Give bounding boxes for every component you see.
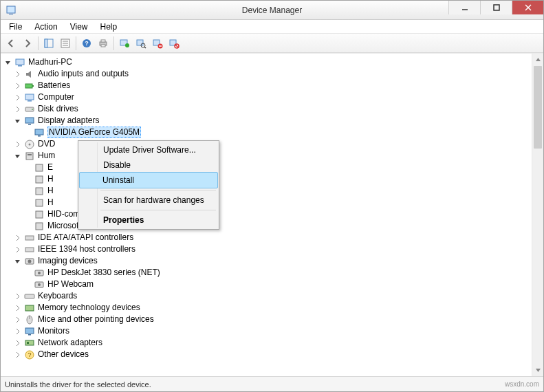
svg-rect-7: [45, 39, 47, 47]
forward-button[interactable]: [20, 36, 35, 51]
expand-icon[interactable]: [13, 245, 23, 254]
context-disable[interactable]: Disable: [80, 157, 217, 173]
hid-icon: [34, 197, 45, 208]
svg-rect-49: [36, 223, 43, 230]
svg-text:?: ?: [28, 351, 31, 358]
svg-rect-58: [25, 294, 34, 298]
mouse-icon: [24, 314, 35, 325]
imaging-icon: [34, 268, 45, 279]
menu-action[interactable]: Action: [29, 21, 63, 33]
hid-icon: [34, 162, 45, 173]
svg-rect-42: [26, 153, 33, 160]
minimize-button[interactable]: [448, 1, 480, 14]
context-uninstall[interactable]: Uninstall: [79, 172, 218, 188]
tree-view[interactable]: Madhuri-PC Audio inputs and outputs Batt…: [1, 54, 543, 376]
tree-category[interactable]: Audio inputs and outputs: [3, 68, 532, 80]
tree-label: H: [47, 185, 54, 197]
show-tree-button[interactable]: [41, 36, 56, 51]
tree-label: Keyboards: [38, 290, 77, 302]
expand-icon[interactable]: [13, 140, 23, 149]
expand-icon[interactable]: [13, 105, 23, 114]
help-button[interactable]: ?: [79, 36, 94, 51]
menu-label: Uninstall: [102, 175, 134, 185]
tree-label: E: [47, 162, 53, 173]
menu-help[interactable]: Help: [95, 21, 123, 33]
display-adapter-icon: [24, 116, 35, 127]
tree-category[interactable]: Network adapters: [3, 337, 532, 349]
expand-icon[interactable]: [13, 292, 23, 301]
menu-file[interactable]: File: [3, 21, 28, 33]
tree-category[interactable]: Monitors: [3, 325, 532, 337]
svg-point-41: [29, 143, 31, 145]
svg-rect-30: [25, 84, 32, 88]
vertical-scrollbar[interactable]: [532, 54, 543, 376]
svg-rect-43: [28, 154, 32, 155]
tree-label: NVIDIA GeForce G405M: [47, 127, 141, 138]
context-update-driver[interactable]: Update Driver Software...: [80, 142, 217, 157]
tree-category[interactable]: ?Other devices: [3, 349, 532, 360]
tree-label: H: [47, 197, 54, 208]
tree-category[interactable]: Disk drives: [3, 103, 532, 115]
expand-icon[interactable]: [13, 350, 23, 360]
tree-device-nvidia[interactable]: NVIDIA GeForce G405M: [3, 127, 532, 138]
window-controls: [448, 1, 543, 19]
scan-button[interactable]: [133, 36, 149, 51]
close-button[interactable]: [512, 1, 543, 14]
expand-icon[interactable]: [13, 81, 23, 91]
tree-category[interactable]: Computer: [3, 91, 532, 103]
svg-rect-37: [28, 124, 31, 125]
expand-icon[interactable]: [13, 327, 23, 336]
disable-button[interactable]: [150, 36, 165, 51]
tree-category-imaging[interactable]: Imaging devices: [3, 255, 532, 267]
expand-icon[interactable]: [13, 303, 23, 313]
svg-rect-1: [9, 14, 13, 14]
update-driver-button[interactable]: [117, 36, 132, 51]
tree-category[interactable]: IEEE 1394 host controllers: [3, 243, 532, 255]
print-button[interactable]: [96, 36, 111, 51]
battery-icon: [24, 80, 35, 91]
svg-rect-3: [494, 5, 499, 10]
collapse-icon[interactable]: [13, 257, 23, 266]
tree-category[interactable]: Keyboards: [3, 290, 532, 302]
uninstall-button[interactable]: [166, 36, 182, 51]
menu-view[interactable]: View: [65, 21, 94, 33]
scroll-up-button[interactable]: [532, 54, 543, 65]
menu-label: Update Driver Software...: [103, 145, 196, 155]
svg-rect-19: [137, 40, 143, 45]
expand-icon[interactable]: [13, 69, 23, 79]
tree-category-display[interactable]: Display adapters: [3, 115, 532, 127]
tree-category[interactable]: Memory technology devices: [3, 302, 532, 314]
tree-label: H: [47, 173, 54, 185]
collapse-icon[interactable]: [13, 151, 23, 161]
tree-root[interactable]: Madhuri-PC: [3, 56, 532, 68]
computer-icon: [24, 92, 35, 103]
expand-icon[interactable]: [13, 93, 23, 102]
tree-label: IEEE 1394 host controllers: [38, 243, 135, 255]
expand-icon[interactable]: [13, 233, 23, 243]
expand-icon[interactable]: [13, 315, 23, 325]
scroll-thumb[interactable]: [534, 66, 542, 149]
hid-icon: [34, 209, 45, 220]
tree-device[interactable]: HP Webcam: [3, 279, 532, 290]
tree-category[interactable]: IDE ATA/ATAPI controllers: [3, 232, 532, 243]
scroll-down-button[interactable]: [532, 364, 543, 376]
properties-button[interactable]: [58, 36, 73, 51]
expand-icon[interactable]: [13, 338, 23, 348]
svg-rect-62: [25, 328, 34, 334]
tree-label: Madhuri-PC: [28, 56, 72, 68]
tree-label: Mice and other pointing devices: [38, 314, 154, 325]
tree-label: Monitors: [38, 325, 69, 337]
display-adapter-icon: [34, 127, 45, 138]
context-properties[interactable]: Properties: [80, 213, 217, 228]
tree-device[interactable]: HP DeskJet 3830 series (NET): [3, 267, 532, 279]
maximize-button[interactable]: [480, 1, 512, 14]
svg-rect-47: [36, 199, 43, 206]
tree-category[interactable]: Mice and other pointing devices: [3, 314, 532, 325]
tree-category[interactable]: Batteries: [3, 80, 532, 91]
collapse-icon[interactable]: [13, 116, 23, 126]
toolbar-separator: [113, 36, 114, 50]
collapse-icon[interactable]: [3, 58, 13, 67]
back-button[interactable]: [3, 36, 19, 51]
context-scan[interactable]: Scan for hardware changes: [80, 193, 217, 208]
imaging-icon: [34, 279, 45, 290]
